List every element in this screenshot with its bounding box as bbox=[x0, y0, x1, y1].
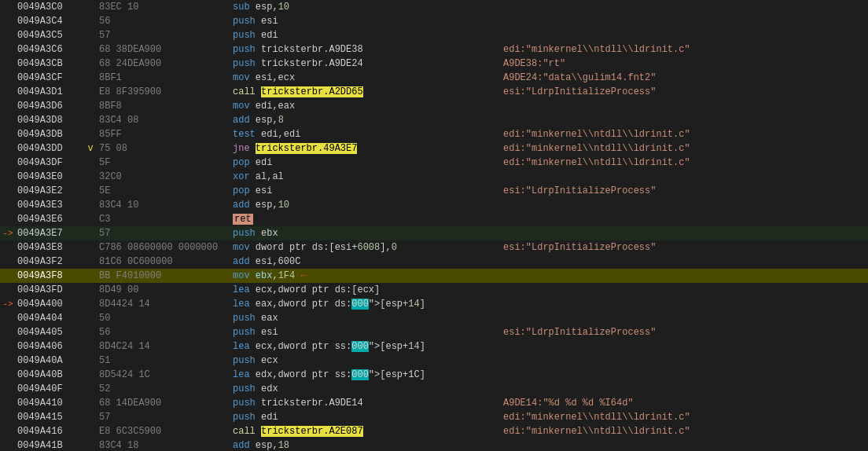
arrow-col bbox=[0, 113, 14, 127]
comment-col bbox=[497, 269, 868, 283]
comment-col: edi:"minkernel\\ntdll\\ldrinit.c" bbox=[497, 156, 868, 170]
address-col: 0049A3E0 bbox=[14, 170, 85, 184]
marker-col bbox=[85, 57, 96, 71]
disasm-col: pop edi bbox=[230, 156, 497, 170]
bytes-col: 8D4424 14 bbox=[96, 297, 230, 311]
table-row[interactable]: 0049A40F52push edx bbox=[0, 382, 868, 396]
table-row[interactable]: 0049A41557push ediedi:"minkernel\\ntdll\… bbox=[0, 410, 868, 424]
table-row[interactable]: 0049A3F281C6 0C600000add esi,600C bbox=[0, 255, 868, 269]
marker-col bbox=[85, 127, 96, 141]
table-row[interactable]: 0049A3DB85FFtest edi,ediedi:"minkernel\\… bbox=[0, 127, 868, 141]
address-col: 0049A3DF bbox=[14, 156, 85, 170]
bytes-col: 5E bbox=[96, 184, 230, 198]
table-row[interactable]: 0049A40556push esiesi:"LdrpInitializePro… bbox=[0, 325, 868, 339]
table-row[interactable]: 0049A3DF5Fpop ediedi:"minkernel\\ntdll\\… bbox=[0, 156, 868, 170]
marker-col bbox=[85, 170, 96, 184]
bytes-col: 83C4 18 bbox=[96, 438, 230, 451]
address-col: 0049A3E8 bbox=[14, 240, 85, 255]
address-col: 0049A40A bbox=[14, 354, 85, 368]
address-col: 0049A3CF bbox=[14, 71, 85, 85]
marker-col bbox=[85, 71, 96, 85]
marker-col bbox=[85, 212, 96, 226]
marker-col bbox=[85, 325, 96, 339]
arrow-col bbox=[0, 184, 14, 198]
disasm-col: call tricksterbr.A2DD65 bbox=[230, 85, 497, 99]
bytes-col: C3 bbox=[96, 212, 230, 226]
comment-col bbox=[497, 99, 868, 113]
address-col: 0049A3C4 bbox=[14, 14, 85, 28]
marker-col bbox=[85, 311, 96, 325]
table-row[interactable]: 0049A3C456push esi bbox=[0, 14, 868, 28]
address-col: 0049A415 bbox=[14, 410, 85, 424]
comment-col: edi:"minkernel\\ntdll\\ldrinit.c" bbox=[497, 424, 868, 438]
table-row[interactable]: 0049A3FD8D49 00lea ecx,dword ptr ds:[ecx… bbox=[0, 283, 868, 297]
address-col: 0049A3F8 bbox=[14, 269, 85, 283]
table-row[interactable]: 0049A40A51push ecx bbox=[0, 354, 868, 368]
table-row[interactable]: 0049A3E8C786 08600000 0000000mov dword p… bbox=[0, 240, 868, 255]
bytes-col: 85FF bbox=[96, 127, 230, 141]
disasm-col: push edx bbox=[230, 382, 497, 396]
arrow-col bbox=[0, 255, 14, 269]
table-row[interactable]: 0049A3D68BF8mov edi,eax bbox=[0, 99, 868, 113]
comment-col: A9DE14:"%d %d %d %I64d" bbox=[497, 396, 868, 410]
bytes-col: 8BF1 bbox=[96, 71, 230, 85]
bytes-col: 50 bbox=[96, 311, 230, 325]
disasm-col: lea edx,dword ptr ss:000">[esp+1C] bbox=[230, 368, 497, 382]
address-col: 0049A406 bbox=[14, 339, 85, 354]
table-row[interactable]: 0049A40450push eax bbox=[0, 311, 868, 325]
comment-col bbox=[497, 339, 868, 354]
address-col: 0049A3C5 bbox=[14, 28, 85, 42]
table-row[interactable]: ->0049A3E757push ebx bbox=[0, 226, 868, 240]
address-col: 0049A3E3 bbox=[14, 198, 85, 212]
table-row[interactable]: ->0049A4008D4424 14lea eax,dword ptr ds:… bbox=[0, 297, 868, 311]
arrow-col: -> bbox=[0, 226, 14, 240]
disasm-col: push edi bbox=[230, 28, 497, 42]
table-row[interactable]: 0049A3C668 38DEA900push tricksterbr.A9DE… bbox=[0, 42, 868, 57]
table-row[interactable]: 0049A3C083EC 10sub esp,10 bbox=[0, 0, 868, 14]
bytes-col: 57 bbox=[96, 28, 230, 42]
bytes-col: BB F4010000 bbox=[96, 269, 230, 283]
bytes-col: 56 bbox=[96, 325, 230, 339]
table-row[interactable]: 0049A41068 14DEA900push tricksterbr.A9DE… bbox=[0, 396, 868, 410]
arrow-col: -> bbox=[0, 297, 14, 311]
bytes-col: 8D49 00 bbox=[96, 283, 230, 297]
table-row[interactable]: 0049A3F8BB F4010000mov ebx,1F4 ← bbox=[0, 269, 868, 283]
table-row[interactable]: 0049A4068D4C24 14lea ecx,dword ptr ss:00… bbox=[0, 339, 868, 354]
comment-col bbox=[497, 113, 868, 127]
bytes-col: 8BF8 bbox=[96, 99, 230, 113]
table-row[interactable]: 0049A3C557push edi bbox=[0, 28, 868, 42]
table-row[interactable]: 0049A40B8D5424 1Clea edx,dword ptr ss:00… bbox=[0, 368, 868, 382]
table-row[interactable]: 0049A3CB68 24DEA900push tricksterbr.A9DE… bbox=[0, 57, 868, 71]
table-row[interactable]: 0049A41B83C4 18add esp,18 bbox=[0, 438, 868, 451]
table-row[interactable]: 0049A3CF8BF1mov esi,ecxA9DE24:"data\\gul… bbox=[0, 71, 868, 85]
bytes-col: E8 6C3C5900 bbox=[96, 424, 230, 438]
arrow-col bbox=[0, 325, 14, 339]
comment-col bbox=[497, 14, 868, 28]
table-row[interactable]: 0049A3E25Epop esiesi:"LdrpInitializeProc… bbox=[0, 184, 868, 198]
bytes-col: 51 bbox=[96, 354, 230, 368]
address-col: 0049A3C0 bbox=[14, 0, 85, 14]
comment-col bbox=[497, 297, 868, 311]
table-row[interactable]: 0049A3D1E8 8F395900call tricksterbr.A2DD… bbox=[0, 85, 868, 99]
arrow-col bbox=[0, 410, 14, 424]
table-row[interactable]: 0049A3E6C3ret bbox=[0, 212, 868, 226]
address-col: 0049A410 bbox=[14, 396, 85, 410]
table-row[interactable]: 0049A3E383C4 10add esp,10 bbox=[0, 198, 868, 212]
disasm-col: ret bbox=[230, 212, 497, 226]
bytes-col: 75 08 bbox=[96, 141, 230, 156]
marker-col bbox=[85, 396, 96, 410]
disasm-col: lea eax,dword ptr ds:000">[esp+14] bbox=[230, 297, 497, 311]
table-row[interactable]: 0049A3E032C0xor al,al bbox=[0, 170, 868, 184]
table-row[interactable]: 0049A3DDv75 08jne tricksterbr.49A3E7edi:… bbox=[0, 141, 868, 156]
comment-col bbox=[497, 212, 868, 226]
table-row[interactable]: 0049A416E8 6C3C5900call tricksterbr.A2E0… bbox=[0, 424, 868, 438]
disasm-col: push tricksterbr.A9DE38 bbox=[230, 42, 497, 57]
bytes-col: 52 bbox=[96, 382, 230, 396]
marker-col bbox=[85, 255, 96, 269]
address-col: 0049A405 bbox=[14, 325, 85, 339]
table-row[interactable]: 0049A3D883C4 08add esp,8 bbox=[0, 113, 868, 127]
bytes-col: C786 08600000 0000000 bbox=[96, 240, 230, 255]
arrow-col bbox=[0, 156, 14, 170]
address-col: 0049A3D8 bbox=[14, 113, 85, 127]
bytes-col: 81C6 0C600000 bbox=[96, 255, 230, 269]
